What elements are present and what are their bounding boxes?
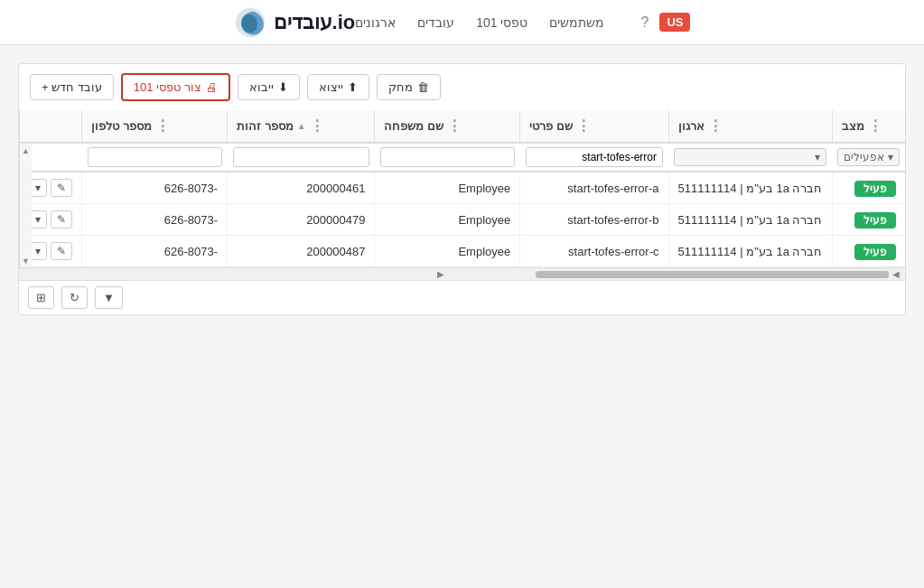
cell-lastname: Employee <box>375 172 520 204</box>
table-row: פעילחברה 1a בע"מ | 511111114start-tofes-… <box>20 204 906 236</box>
edit-button[interactable]: ✎ <box>51 242 72 260</box>
cell-lastname: Employee <box>375 204 520 236</box>
cell-org: חברה 1a בע"מ | 511111114 <box>668 236 832 267</box>
navbar-brand: עובדים.io <box>234 6 356 39</box>
vertical-scrollbar[interactable]: ▲ ▼ <box>19 145 32 267</box>
hscroll-right-arrow[interactable]: ▶ <box>434 269 448 279</box>
status-badge: פעיל <box>854 212 896 229</box>
cell-status: פעיל <box>832 172 905 204</box>
main-content: עובד חדש + 🖨 צור טפסי 101 ⬇ ייבוא ⬆ ייצו… <box>0 45 924 333</box>
col-firstname-header: ⋮ שם פרטי <box>520 110 668 143</box>
brand-logo-icon <box>234 6 266 39</box>
tofes101-label: צור טפסי 101 <box>134 80 201 94</box>
col-id-sort-icon[interactable]: ▲ <box>297 121 306 131</box>
filter-phone-input[interactable] <box>88 147 222 167</box>
col-status-header: ⋮ מצב <box>832 110 905 143</box>
export-icon: ⬆ <box>348 80 358 94</box>
col-status-dots[interactable]: ⋮ <box>868 117 882 135</box>
delete-button[interactable]: 🗑 מחק <box>377 74 441 100</box>
cell-id: 200000479 <box>228 204 375 236</box>
filter-row: ▾ אפעילים ▾ <box>20 143 906 172</box>
col-lastname-label: שם משפחה <box>384 119 443 133</box>
export-label: ייצוא <box>319 80 343 94</box>
filter-lastname-cell <box>375 143 520 172</box>
filter-status-select[interactable]: ▾ אפעילים <box>837 148 900 166</box>
cell-status: פעיל <box>832 236 905 267</box>
nav-users[interactable]: משתמשים <box>549 12 604 33</box>
filter-phone-cell <box>82 143 228 172</box>
hscroll-thumb[interactable] <box>536 271 889 278</box>
col-id-dots[interactable]: ⋮ <box>310 117 324 135</box>
tofes101-icon: 🖨 <box>206 80 218 94</box>
filter-id-input[interactable] <box>233 147 369 167</box>
status-badge: פעיל <box>854 244 896 260</box>
filter-firstname-cell: start-tofes-error <box>520 143 668 172</box>
col-org-dots[interactable]: ⋮ <box>708 117 723 135</box>
table-row: פעילחברה 1a בע"מ | 511111114start-tofes-… <box>20 236 906 267</box>
import-icon: ⬇ <box>278 80 288 94</box>
table-row: פעילחברה 1a בע"מ | 511111114start-tofes-… <box>20 172 906 204</box>
main-card: עובד חדש + 🖨 צור טפסי 101 ⬇ ייבוא ⬆ ייצו… <box>18 63 906 315</box>
col-phone-dots[interactable]: ⋮ <box>155 117 170 135</box>
nav-organizations[interactable]: ארגונים <box>355 12 396 33</box>
cell-phone: -626-8073 <box>82 236 228 267</box>
brand-logo-text: עובדים.io <box>274 11 356 34</box>
cell-status: פעיל <box>832 204 905 236</box>
filter-lastname-input[interactable] <box>380 147 515 167</box>
filter-status-chevron: ▾ <box>888 151 893 163</box>
dropdown-button[interactable]: ▾ <box>29 210 47 229</box>
col-actions-header <box>20 110 82 143</box>
columns-toggle-button[interactable]: ⊞ <box>28 286 54 309</box>
table-body: פעילחברה 1a בע"מ | 511111114start-tofes-… <box>20 172 906 267</box>
filter-org-chevron: ▾ <box>815 151 820 163</box>
filter-icon: ▼ <box>103 291 115 304</box>
export-button[interactable]: ⬆ ייצוא <box>307 74 369 100</box>
employees-table: ⋮ מצב ⋮ ארגון <box>19 110 905 267</box>
edit-button[interactable]: ✎ <box>51 179 72 197</box>
us-badge[interactable]: US <box>659 13 690 32</box>
cell-id: 200000461 <box>228 172 375 204</box>
cell-firstname: start-tofes-error-b <box>520 204 668 236</box>
filter-status-cell: ▾ אפעילים <box>832 143 905 172</box>
status-badge: פעיל <box>854 181 896 197</box>
col-phone-label: מספר טלפון <box>91 119 152 133</box>
dropdown-button[interactable]: ▾ <box>29 242 47 260</box>
help-icon[interactable]: ? <box>640 14 649 31</box>
new-employee-button[interactable]: עובד חדש + <box>30 74 114 100</box>
filter-org-select[interactable]: ▾ <box>674 148 826 166</box>
table-header-row: ⋮ מצב ⋮ ארגון <box>20 110 906 143</box>
edit-button[interactable]: ✎ <box>51 210 72 229</box>
cell-phone: -626-8073 <box>82 172 228 204</box>
cell-id: 200000487 <box>228 236 375 267</box>
filter-firstname-input[interactable]: start-tofes-error <box>526 147 663 167</box>
horizontal-scrollbar[interactable]: ◀ ▶ <box>19 267 905 280</box>
refresh-button[interactable]: ↻ <box>61 286 88 309</box>
vscroll-up-arrow[interactable]: ▲ <box>22 146 30 155</box>
nav-tofes101[interactable]: טפסי 101 <box>476 12 527 33</box>
navbar: US ? משתמשים טפסי 101 עובדים ארגונים עוב… <box>0 0 924 45</box>
col-phone-header: ⋮ מספר טלפון <box>82 110 228 143</box>
cell-firstname: start-tofes-error-a <box>520 172 668 204</box>
filter-status-label: אפעילים <box>844 151 884 163</box>
cell-lastname: Employee <box>375 236 520 267</box>
import-label: ייבוא <box>249 80 274 94</box>
col-id-header: ⋮ ▲ מספר זהות <box>228 110 375 143</box>
delete-label: מחק <box>388 80 413 94</box>
table-container: ⋮ מצב ⋮ ארגון <box>19 110 905 267</box>
col-lastname-dots[interactable]: ⋮ <box>447 117 462 135</box>
col-id-label: מספר זהות <box>237 119 294 133</box>
cell-phone: -626-8073 <box>82 204 228 236</box>
col-lastname-header: ⋮ שם משפחה <box>375 110 520 143</box>
dropdown-button[interactable]: ▾ <box>29 179 47 197</box>
delete-icon: 🗑 <box>417 80 429 94</box>
vscroll-down-arrow[interactable]: ▼ <box>22 257 30 266</box>
filter-toggle-button[interactable]: ▼ <box>95 286 123 309</box>
col-org-label: ארגון <box>678 119 705 133</box>
col-firstname-dots[interactable]: ⋮ <box>576 117 591 135</box>
import-button[interactable]: ⬇ ייבוא <box>238 74 300 100</box>
tofes101-button[interactable]: 🖨 צור טפסי 101 <box>121 73 230 101</box>
hscroll-left-arrow[interactable]: ◀ <box>889 269 903 279</box>
nav-employees[interactable]: עובדים <box>417 12 454 33</box>
cell-firstname: start-tofes-error-c <box>520 236 668 267</box>
col-status-label: מצב <box>842 119 864 133</box>
